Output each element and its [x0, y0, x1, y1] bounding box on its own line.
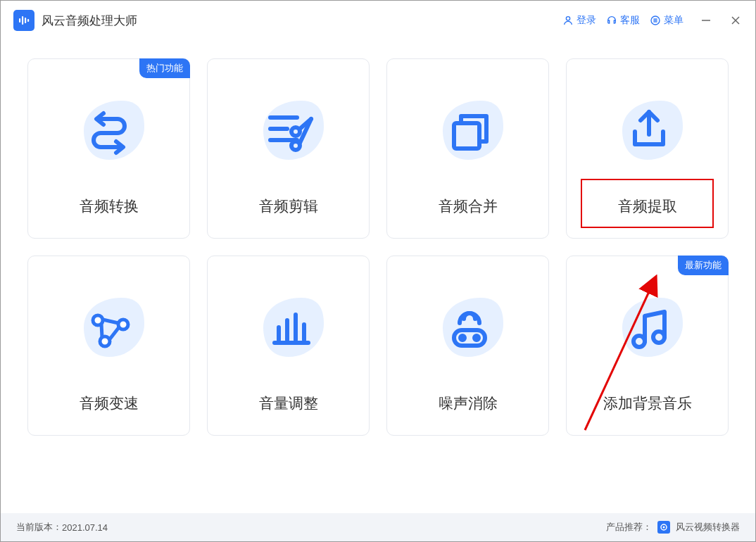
svg-point-36: [663, 527, 665, 529]
noise-icon: [426, 285, 510, 370]
music-icon: [605, 285, 690, 370]
recommend-label: 产品推荐：: [606, 521, 652, 534]
minimize-button[interactable]: [699, 13, 713, 27]
merge-icon: [426, 88, 510, 172]
recommend-icon: [657, 521, 670, 534]
card-audio-edit[interactable]: 音频剪辑: [207, 58, 370, 239]
card-noise-remove[interactable]: 噪声消除: [386, 256, 549, 436]
version-label: 当前版本：: [16, 521, 62, 534]
main-content: 热门功能 音频转换: [1, 40, 755, 443]
card-label: 音量调整: [259, 393, 318, 413]
recommend-product[interactable]: 风云视频转换器: [676, 521, 740, 534]
svg-point-21: [93, 315, 103, 325]
support-button[interactable]: 客服: [606, 14, 640, 27]
svg-point-4: [566, 17, 569, 20]
menu-label: 菜单: [664, 14, 683, 27]
card-label: 音频提取: [618, 196, 677, 216]
login-button[interactable]: 登录: [562, 14, 596, 27]
feature-grid: 热门功能 音频转换: [27, 58, 729, 436]
support-label: 客服: [620, 14, 640, 27]
card-label: 音频变速: [80, 393, 139, 413]
app-logo-icon: [13, 10, 34, 31]
edit-icon: [246, 88, 331, 172]
card-audio-extract[interactable]: 音频提取: [566, 58, 729, 239]
card-audio-merge[interactable]: 音频合并: [386, 58, 549, 239]
card-label: 音频剪辑: [259, 196, 318, 216]
badge-new: 最新功能: [678, 256, 729, 275]
card-label: 添加背景音乐: [603, 393, 692, 413]
card-volume-adjust[interactable]: 音量调整: [207, 256, 370, 436]
svg-rect-3: [27, 19, 29, 22]
footer: 当前版本： 2021.07.14 产品推荐： 风云视频转换器: [1, 513, 755, 541]
titlebar: 风云音频处理大师 登录 客服 菜单: [1, 1, 755, 40]
card-add-bgm[interactable]: 最新功能 添加背景音乐: [566, 256, 729, 436]
card-label: 音频合并: [439, 196, 498, 216]
card-label: 噪声消除: [439, 393, 498, 413]
card-label: 音频转换: [80, 196, 139, 216]
svg-rect-0: [19, 18, 20, 23]
badge-hot: 热门功能: [139, 58, 190, 78]
svg-point-23: [100, 336, 110, 346]
volume-icon: [246, 285, 331, 370]
app-title: 风云音频处理大师: [42, 13, 137, 29]
card-audio-speed[interactable]: 音频变速: [27, 256, 190, 436]
extract-icon: [605, 88, 690, 172]
version-value: 2021.07.14: [62, 522, 108, 533]
svg-rect-1: [22, 16, 23, 25]
speed-icon: [67, 285, 151, 370]
svg-point-31: [474, 336, 479, 340]
convert-icon: [67, 88, 151, 172]
svg-point-30: [460, 336, 465, 340]
close-button[interactable]: [729, 13, 743, 27]
card-audio-convert[interactable]: 热门功能 音频转换: [27, 58, 190, 239]
svg-rect-2: [25, 18, 26, 23]
menu-button[interactable]: 菜单: [650, 14, 683, 27]
login-label: 登录: [577, 14, 596, 27]
